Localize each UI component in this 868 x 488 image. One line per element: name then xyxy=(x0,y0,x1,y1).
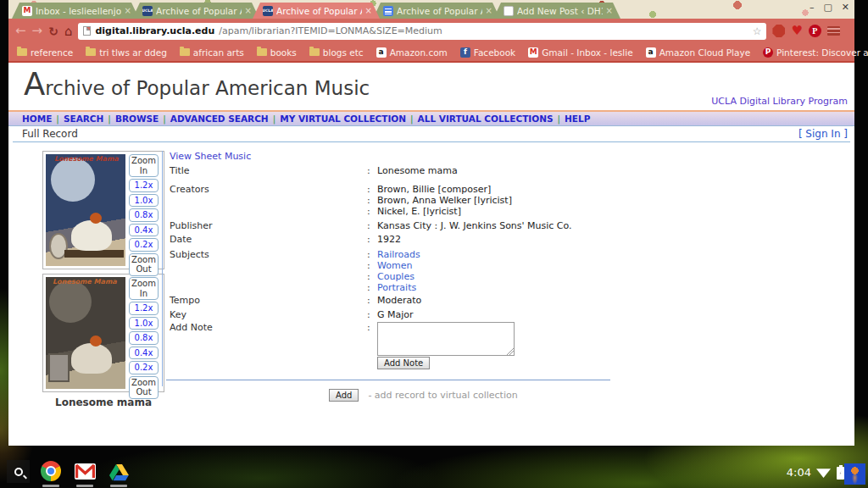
blue-divider xyxy=(13,141,850,142)
add-to-collection-button[interactable]: Add xyxy=(329,389,359,402)
colon: : xyxy=(367,282,377,293)
bookmark-folder-books[interactable]: books xyxy=(257,47,297,58)
bookmark-amazon-cloud[interactable]: aAmazon Cloud Playe xyxy=(646,47,750,58)
folder-icon xyxy=(180,48,190,56)
bookmark-folder-african-arts[interactable]: african arts xyxy=(180,47,244,58)
nav-help[interactable]: HELP xyxy=(565,114,590,124)
tab-gmail-inbox[interactable]: M Inbox - leslieellenjones@ × xyxy=(12,3,139,19)
tab-close-icon[interactable]: × xyxy=(486,6,492,15)
folder-icon xyxy=(17,48,27,56)
bookmark-pinterest[interactable]: PPinterest: Discover a xyxy=(763,47,868,58)
zoom-out-button[interactable]: Zoom Out xyxy=(129,253,159,276)
add-note-button[interactable]: Add Note xyxy=(377,357,430,369)
tab-archive-2[interactable]: Archive of Popular Amer × xyxy=(373,3,500,19)
nav-home[interactable]: HOME xyxy=(22,114,52,124)
amazon-icon: a xyxy=(646,47,656,58)
minimize-button[interactable]: – xyxy=(810,3,815,12)
field-label: Key xyxy=(170,309,367,320)
forward-icon[interactable]: → xyxy=(32,25,43,37)
sign-in-link[interactable]: [ Sign In ] xyxy=(798,128,848,140)
zoom-level-1.0x[interactable]: 1.0x xyxy=(129,194,159,208)
field-label: Add Note xyxy=(170,322,367,356)
subject-link-couples[interactable]: Couples xyxy=(377,271,415,282)
bookmark-folder-blogs[interactable]: blogs etc xyxy=(309,47,364,58)
nav-separator: | xyxy=(410,114,414,124)
launcher-button[interactable] xyxy=(7,460,30,483)
folder-icon xyxy=(309,48,320,56)
zoom-level-1.0x[interactable]: 1.0x xyxy=(129,317,159,330)
bookmark-amazon[interactable]: aAmazon.com xyxy=(376,47,448,58)
sheet-music-thumbnail-color[interactable]: Lonesome Mama xyxy=(46,154,125,266)
desktop: M Inbox - leslieellenjones@ × UCLA Archi… xyxy=(0,0,868,488)
subject-link-railroads[interactable]: Railroads xyxy=(377,249,420,260)
colon: : xyxy=(367,165,377,176)
wifi-icon[interactable] xyxy=(816,467,831,478)
zoom-level-0.2x[interactable]: 0.2x xyxy=(129,238,159,252)
nav-my-virtual-collection[interactable]: MY VIRTUAL COLLECTION xyxy=(280,114,406,124)
bookmark-folder-reference[interactable]: reference xyxy=(17,47,73,58)
tab-close-icon[interactable]: × xyxy=(365,6,372,15)
nav-browse[interactable]: BROWSE xyxy=(115,114,159,124)
tab-title: Archive of Popular Amer xyxy=(397,6,482,16)
home-icon[interactable]: ⌂ xyxy=(64,24,73,39)
zoom-in-button[interactable]: Zoom In xyxy=(129,154,159,177)
maximize-button[interactable]: ▢ xyxy=(823,3,832,12)
sheet-music-thumbnail-bw[interactable]: Lonesome Mama xyxy=(46,277,125,389)
shelf-clock[interactable]: 4:04 xyxy=(787,466,811,479)
nav-separator: | xyxy=(163,114,166,124)
back-icon[interactable]: ← xyxy=(15,25,26,37)
running-indicator xyxy=(110,485,127,487)
tab-archive-active[interactable]: UCLA Archive of Popular Amer × xyxy=(253,3,380,19)
view-sheet-music-link[interactable]: View Sheet Music xyxy=(170,151,251,162)
address-bar[interactable]: digital.library.ucla.edu /apam/librarian… xyxy=(78,23,766,40)
nav-advanced-search[interactable]: ADVANCED SEARCH xyxy=(170,114,269,124)
heart-extension-icon[interactable]: ♥ xyxy=(791,25,802,37)
tab-close-icon[interactable]: × xyxy=(606,6,613,15)
bookmark-star-icon[interactable]: ☆ xyxy=(753,25,762,37)
browser-menu-icon[interactable] xyxy=(827,26,840,36)
note-textarea[interactable] xyxy=(377,322,515,356)
field-publisher: Publisher : Kansas City : J. W. Jenkins … xyxy=(170,220,644,231)
webpage: Archive of Popular American Music UCLA D… xyxy=(8,63,854,446)
subject-link-portraits[interactable]: Portraits xyxy=(377,282,416,293)
field-tempo: Tempo : Moderato xyxy=(170,295,644,306)
browser-toolbar: ← → ↻ ⌂ digital.library.ucla.edu /apam/l… xyxy=(8,19,854,43)
thumbnail-sidebar: Lonesome Mama Zoom In 1.2x 1.0x 0.8x 0.4… xyxy=(42,151,164,408)
bookmark-folder-tri-tlws[interactable]: tri tlws ar ddeg xyxy=(86,47,167,58)
zoom-in-button[interactable]: Zoom In xyxy=(129,277,159,300)
close-button[interactable]: ✕ xyxy=(842,3,849,12)
pinterest-extension-icon[interactable]: P xyxy=(809,25,821,37)
zoom-level-1.2x[interactable]: 1.2x xyxy=(129,302,159,315)
gmail-shelf-icon[interactable] xyxy=(75,463,96,480)
bookmark-facebook[interactable]: fFacebook xyxy=(460,47,515,58)
zoom-level-0.8x[interactable]: 0.8x xyxy=(129,208,159,222)
drive-shelf-icon[interactable] xyxy=(108,463,129,481)
bookmark-gmail[interactable]: MGmail - Inbox - leslie xyxy=(528,47,632,58)
battery-icon[interactable] xyxy=(837,467,844,480)
zoom-level-0.4x[interactable]: 0.4x xyxy=(129,347,159,360)
reload-icon[interactable]: ↻ xyxy=(48,25,58,38)
subject-link-women[interactable]: Women xyxy=(377,260,412,271)
zoom-level-0.8x[interactable]: 0.8x xyxy=(129,331,159,345)
nav-search[interactable]: SEARCH xyxy=(64,114,103,124)
artwork-bench xyxy=(64,250,124,258)
field-label: Creators xyxy=(170,184,367,195)
tab-close-icon[interactable]: × xyxy=(125,6,131,15)
zoom-out-button[interactable]: Zoom Out xyxy=(129,376,159,399)
zoom-level-1.2x[interactable]: 1.2x xyxy=(129,179,159,192)
tab-add-new-post[interactable]: Add New Post ‹ DH101 × xyxy=(493,3,620,19)
gmail-icon: M xyxy=(528,47,538,58)
ucla-program-link[interactable]: UCLA Digital Library Program xyxy=(711,96,848,107)
nav-all-virtual-collections[interactable]: ALL VIRTUAL COLLECTIONS xyxy=(418,114,554,124)
field-add-note: Add Note : xyxy=(170,322,644,356)
zoom-level-0.2x[interactable]: 0.2x xyxy=(129,361,159,374)
zoom-level-0.4x[interactable]: 0.4x xyxy=(129,224,159,237)
user-avatar[interactable] xyxy=(844,463,865,485)
adblock-extension-icon[interactable] xyxy=(772,25,785,37)
tab-close-icon[interactable]: × xyxy=(245,6,252,15)
chrome-shelf-icon[interactable] xyxy=(41,461,61,481)
thumbnail-box-color: Lonesome Mama Zoom In 1.2x 1.0x 0.8x 0.4… xyxy=(42,151,164,269)
tab-archive-1[interactable]: UCLA Archive of Popular Amer × xyxy=(132,3,259,19)
docs-favicon-icon xyxy=(383,6,393,16)
nav-separator: | xyxy=(273,114,276,124)
